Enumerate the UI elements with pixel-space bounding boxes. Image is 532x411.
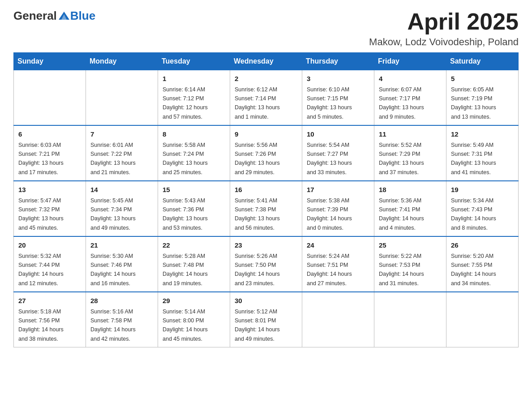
calendar-cell: 16Sunrise: 5:41 AM Sunset: 7:38 PM Dayli… <box>230 181 302 236</box>
calendar-cell: 28Sunrise: 5:16 AM Sunset: 7:58 PM Dayli… <box>86 292 158 347</box>
day-number: 7 <box>90 129 153 140</box>
calendar-week-row: 6Sunrise: 6:03 AM Sunset: 7:21 PM Daylig… <box>14 125 519 181</box>
day-info: Sunrise: 5:16 AM Sunset: 7:58 PM Dayligh… <box>90 308 136 342</box>
day-number: 22 <box>163 240 225 251</box>
calendar-cell: 6Sunrise: 6:03 AM Sunset: 7:21 PM Daylig… <box>14 125 86 181</box>
calendar-cell: 30Sunrise: 5:12 AM Sunset: 8:01 PM Dayli… <box>230 292 302 347</box>
day-number: 17 <box>307 185 369 195</box>
calendar-cell: 26Sunrise: 5:20 AM Sunset: 7:55 PM Dayli… <box>446 236 519 292</box>
calendar-cell <box>86 70 158 126</box>
calendar-cell <box>14 70 86 126</box>
day-info: Sunrise: 5:34 AM Sunset: 7:43 PM Dayligh… <box>451 197 496 231</box>
day-number: 30 <box>235 296 297 306</box>
weekday-header-sunday: Sunday <box>14 53 86 70</box>
day-number: 9 <box>235 129 297 140</box>
weekday-header-thursday: Thursday <box>302 53 374 70</box>
day-info: Sunrise: 5:47 AM Sunset: 7:32 PM Dayligh… <box>18 197 64 231</box>
day-info: Sunrise: 5:26 AM Sunset: 7:50 PM Dayligh… <box>235 253 280 287</box>
calendar-cell: 12Sunrise: 5:49 AM Sunset: 7:31 PM Dayli… <box>446 125 519 181</box>
calendar-week-row: 20Sunrise: 5:32 AM Sunset: 7:44 PM Dayli… <box>14 236 519 292</box>
calendar-cell: 29Sunrise: 5:14 AM Sunset: 8:00 PM Dayli… <box>158 292 230 347</box>
day-info: Sunrise: 5:20 AM Sunset: 7:55 PM Dayligh… <box>451 253 496 287</box>
day-number: 28 <box>90 296 153 306</box>
weekday-header-tuesday: Tuesday <box>158 53 230 70</box>
calendar-cell: 20Sunrise: 5:32 AM Sunset: 7:44 PM Dayli… <box>14 236 86 292</box>
day-number: 25 <box>379 240 442 251</box>
day-number: 13 <box>18 185 81 195</box>
calendar-cell: 22Sunrise: 5:28 AM Sunset: 7:48 PM Dayli… <box>158 236 230 292</box>
day-info: Sunrise: 5:41 AM Sunset: 7:38 PM Dayligh… <box>235 197 280 231</box>
calendar-cell: 13Sunrise: 5:47 AM Sunset: 7:32 PM Dayli… <box>14 181 86 236</box>
day-number: 15 <box>163 185 225 195</box>
day-info: Sunrise: 5:14 AM Sunset: 8:00 PM Dayligh… <box>163 308 208 342</box>
page-header: General Blue April 2025 Makow, Lodz Voiv… <box>13 9 519 48</box>
logo-icon <box>58 10 70 22</box>
calendar-cell: 14Sunrise: 5:45 AM Sunset: 7:34 PM Dayli… <box>86 181 158 236</box>
day-info: Sunrise: 6:03 AM Sunset: 7:21 PM Dayligh… <box>18 142 64 176</box>
day-number: 3 <box>307 74 369 84</box>
day-number: 21 <box>90 240 153 251</box>
calendar-cell: 23Sunrise: 5:26 AM Sunset: 7:50 PM Dayli… <box>230 236 302 292</box>
calendar-cell: 18Sunrise: 5:36 AM Sunset: 7:41 PM Dayli… <box>374 181 446 236</box>
calendar-cell: 24Sunrise: 5:24 AM Sunset: 7:51 PM Dayli… <box>302 236 374 292</box>
calendar-cell: 21Sunrise: 5:30 AM Sunset: 7:46 PM Dayli… <box>86 236 158 292</box>
calendar-week-row: 27Sunrise: 5:18 AM Sunset: 7:56 PM Dayli… <box>14 292 519 347</box>
calendar-week-row: 13Sunrise: 5:47 AM Sunset: 7:32 PM Dayli… <box>14 181 519 236</box>
weekday-header-friday: Friday <box>374 53 446 70</box>
calendar-cell: 25Sunrise: 5:22 AM Sunset: 7:53 PM Dayli… <box>374 236 446 292</box>
day-info: Sunrise: 5:32 AM Sunset: 7:44 PM Dayligh… <box>18 253 64 287</box>
calendar-cell <box>446 292 519 347</box>
day-info: Sunrise: 5:54 AM Sunset: 7:27 PM Dayligh… <box>307 142 352 176</box>
day-info: Sunrise: 5:22 AM Sunset: 7:53 PM Dayligh… <box>379 253 424 287</box>
day-number: 2 <box>235 74 297 84</box>
day-info: Sunrise: 5:28 AM Sunset: 7:48 PM Dayligh… <box>163 253 208 287</box>
calendar-header: SundayMondayTuesdayWednesdayThursdayFrid… <box>14 53 519 70</box>
day-number: 29 <box>163 296 225 306</box>
calendar-cell: 3Sunrise: 6:10 AM Sunset: 7:15 PM Daylig… <box>302 70 374 126</box>
calendar-cell: 11Sunrise: 5:52 AM Sunset: 7:29 PM Dayli… <box>374 125 446 181</box>
location-subtitle: Makow, Lodz Voivodeship, Poland <box>369 36 519 48</box>
day-number: 24 <box>307 240 369 251</box>
calendar-cell: 7Sunrise: 6:01 AM Sunset: 7:22 PM Daylig… <box>86 125 158 181</box>
calendar-cell: 15Sunrise: 5:43 AM Sunset: 7:36 PM Dayli… <box>158 181 230 236</box>
day-info: Sunrise: 6:07 AM Sunset: 7:17 PM Dayligh… <box>379 86 424 120</box>
day-number: 16 <box>235 185 297 195</box>
weekday-header-monday: Monday <box>86 53 158 70</box>
day-number: 18 <box>379 185 442 195</box>
day-number: 5 <box>451 74 514 84</box>
day-number: 8 <box>163 129 225 140</box>
calendar-cell: 8Sunrise: 5:58 AM Sunset: 7:24 PM Daylig… <box>158 125 230 181</box>
calendar-cell: 9Sunrise: 5:56 AM Sunset: 7:26 PM Daylig… <box>230 125 302 181</box>
day-info: Sunrise: 5:38 AM Sunset: 7:39 PM Dayligh… <box>307 197 352 231</box>
day-info: Sunrise: 5:58 AM Sunset: 7:24 PM Dayligh… <box>163 142 208 176</box>
calendar-cell: 19Sunrise: 5:34 AM Sunset: 7:43 PM Dayli… <box>446 181 519 236</box>
day-number: 14 <box>90 185 153 195</box>
day-info: Sunrise: 5:24 AM Sunset: 7:51 PM Dayligh… <box>307 253 352 287</box>
day-info: Sunrise: 5:18 AM Sunset: 7:56 PM Dayligh… <box>18 308 64 342</box>
month-title: April 2025 <box>369 9 519 34</box>
day-info: Sunrise: 5:52 AM Sunset: 7:29 PM Dayligh… <box>379 142 424 176</box>
day-info: Sunrise: 5:49 AM Sunset: 7:31 PM Dayligh… <box>451 142 496 176</box>
day-number: 27 <box>18 296 81 306</box>
day-info: Sunrise: 6:05 AM Sunset: 7:19 PM Dayligh… <box>451 86 496 120</box>
day-number: 26 <box>451 240 514 251</box>
calendar-cell: 17Sunrise: 5:38 AM Sunset: 7:39 PM Dayli… <box>302 181 374 236</box>
calendar-cell <box>374 292 446 347</box>
calendar-week-row: 1Sunrise: 6:14 AM Sunset: 7:12 PM Daylig… <box>14 70 519 126</box>
title-section: April 2025 Makow, Lodz Voivodeship, Pola… <box>369 9 519 48</box>
day-number: 10 <box>307 129 369 140</box>
calendar-table: SundayMondayTuesdayWednesdayThursdayFrid… <box>13 52 519 347</box>
calendar-cell: 4Sunrise: 6:07 AM Sunset: 7:17 PM Daylig… <box>374 70 446 126</box>
weekday-header-saturday: Saturday <box>446 53 519 70</box>
logo-general-text: General <box>13 9 57 23</box>
day-number: 23 <box>235 240 297 251</box>
calendar-body: 1Sunrise: 6:14 AM Sunset: 7:12 PM Daylig… <box>14 70 519 347</box>
day-info: Sunrise: 5:43 AM Sunset: 7:36 PM Dayligh… <box>163 197 208 231</box>
day-info: Sunrise: 6:01 AM Sunset: 7:22 PM Dayligh… <box>90 142 136 176</box>
day-number: 4 <box>379 74 442 84</box>
weekday-header-row: SundayMondayTuesdayWednesdayThursdayFrid… <box>14 53 519 70</box>
logo: General Blue <box>13 9 95 23</box>
day-info: Sunrise: 6:12 AM Sunset: 7:14 PM Dayligh… <box>235 86 280 120</box>
day-number: 1 <box>163 74 225 84</box>
calendar-cell: 2Sunrise: 6:12 AM Sunset: 7:14 PM Daylig… <box>230 70 302 126</box>
